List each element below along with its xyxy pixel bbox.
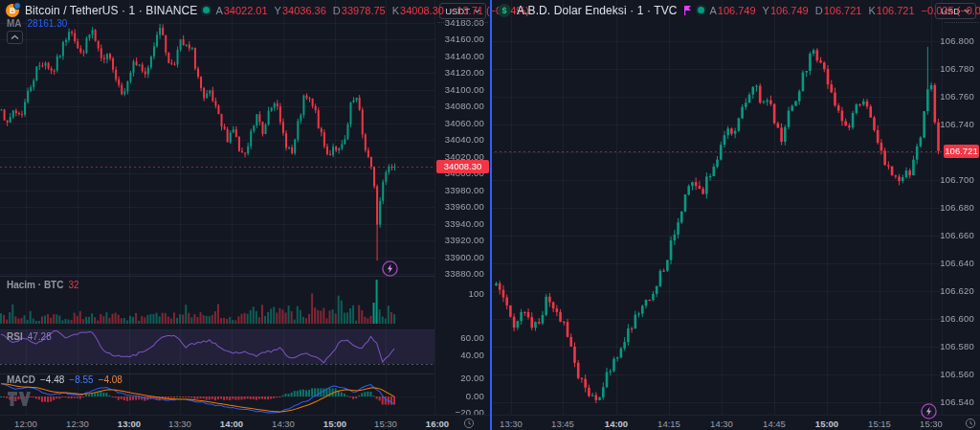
btc-price-axis[interactable]: USDT 34008.30 34180.0034160.0034140.0034… [434,0,490,415]
open-value: 106.749 [718,5,756,16]
price-tick: 106.600 [940,313,974,324]
ma-indicator-row[interactable]: MA 28161.30 [7,18,67,29]
clock-icon[interactable] [463,418,475,429]
axis-divider-dots [945,22,978,23]
time-tick: 13:45 [551,419,574,429]
low-label: D [815,5,823,16]
time-tick: 15:30 [920,419,943,429]
last-price-badge: 106.721 [944,145,979,158]
time-tick: 13:30 [500,419,523,429]
change-value: −0.025 (−0.02%) [922,5,980,16]
dxy-chart-canvas[interactable] [490,0,943,415]
dxy-price-axis[interactable]: USD 106.721 106.800106.780106.760106.740… [942,0,980,415]
close-value: 34008.30 [400,5,444,16]
dxy-symbol-header[interactable]: $ A.B.D. Dolar Endeksi · 1 · TVC A106.74… [498,3,980,17]
chevron-up-icon [11,34,19,40]
volume-label: Hacim · BTC [7,280,63,290]
price-tick: 106.760 [940,91,974,102]
ohlc-quote: A34022.01 Y34036.36 D33978.75 K34008.30 … [215,5,529,16]
rsi-label: RSI [7,331,23,342]
lightning-icon[interactable] [382,260,398,277]
volume-value: 32 [68,280,78,290]
price-tick: 33980.00 [445,185,484,195]
price-tick: 33960.00 [445,201,484,212]
time-tick: 14:45 [763,419,786,429]
price-tick: 106.540 [940,396,974,407]
price-tick: 106.640 [940,258,974,268]
price-tick: 34100.00 [445,84,484,95]
tradingview-logo[interactable] [8,392,31,406]
btc-chart-canvas[interactable] [0,0,435,415]
time-tick: 15:00 [323,419,346,429]
symbol-title[interactable]: Bitcoin / TetherUS · 1 · BINANCE [25,4,197,17]
indicator-tick: 40.00 [460,350,484,360]
btc-time-axis[interactable]: 12:0012:3013:0013:3014:0014:3015:0015:30… [0,415,490,430]
chart-panel-dxy: $ A.B.D. Dolar Endeksi · 1 · TVC A106.74… [490,0,980,430]
time-tick: 15:00 [815,419,838,429]
open-label: A [710,5,717,16]
dxy-time-axis[interactable]: 13:3013:4514:0014:1514:3014:4515:0015:15… [490,415,980,430]
close-label: K [868,5,875,16]
rsi-indicator-row[interactable]: RSI 47.28 [7,331,52,342]
ohlc-quote: A106.749 Y106.749 D106.721 K106.721 −0.0… [710,5,980,16]
time-tick: 15:30 [374,419,397,429]
clock-icon[interactable] [965,418,976,429]
time-tick: 13:30 [168,419,191,429]
price-tick: 106.700 [940,174,974,185]
price-tick: 34160.00 [445,34,484,44]
market-open-dot[interactable] [203,7,210,13]
chart-panel-btc: B Bitcoin / TetherUS · 1 · BINANCE A3402… [0,0,490,430]
price-tick: 106.560 [940,369,974,379]
open-value: 34022.01 [224,5,268,16]
macd-label: MACD [7,374,35,385]
dollar-index-icon: $ [498,4,511,17]
macd-hist-value: −4.48 [40,374,64,385]
price-tick: 34120.00 [445,67,484,78]
low-value: 106.721 [824,5,862,16]
high-label: Y [763,5,769,16]
high-value: 34036.36 [282,5,326,16]
price-tick: 34080.00 [445,101,484,111]
flag-icon[interactable] [683,6,692,15]
time-tick: 14:15 [657,419,680,429]
price-tick: 33940.00 [445,218,484,229]
collapse-indicators-button[interactable] [7,31,23,44]
open-label: A [215,5,222,16]
price-tick: 106.620 [940,285,974,296]
volume-indicator-row[interactable]: Hacim · BTC 32 [7,280,79,290]
time-tick: 13:00 [118,419,141,429]
price-tick: 34140.00 [445,51,484,61]
time-tick: 14:00 [605,419,628,429]
btc-symbol-header[interactable]: B Bitcoin / TetherUS · 1 · BINANCE A3402… [6,3,529,17]
symbol-title[interactable]: A.B.D. Dolar Endeksi · 1 · TVC [517,4,678,17]
macd-signal-value: −4.08 [99,374,122,385]
high-label: Y [275,5,281,16]
macd-line-value: −8.55 [69,374,93,385]
axis-divider-dots [437,22,488,23]
price-tick: 33900.00 [445,252,484,262]
price-tick: 106.740 [940,119,974,129]
time-tick: 14:00 [220,419,243,429]
macd-indicator-row[interactable]: MACD −4.48 −8.55 −4.08 [7,374,122,385]
high-value: 106.749 [770,5,809,16]
tradingview-multichart: B Bitcoin / TetherUS · 1 · BINANCE A3402… [0,0,980,430]
price-tick: 106.780 [940,63,974,74]
indicator-tick: 0.00 [466,391,484,401]
price-tick: 33880.00 [445,268,484,279]
low-value: 33978.75 [342,5,386,16]
indicator-tick: 60.00 [460,332,484,343]
market-open-dot[interactable] [698,7,704,13]
ma-label: MA [7,18,22,29]
close-value: 106.721 [877,5,915,16]
ma-value: 28161.30 [28,18,68,29]
rsi-value: 47.28 [28,331,52,342]
price-tick: 34040.00 [445,134,484,145]
last-price-badge: 34008.30 [436,160,489,173]
active-chart-border[interactable] [490,0,492,430]
lightning-icon[interactable] [921,403,937,419]
time-tick: 14:30 [710,419,733,429]
time-tick: 12:30 [66,419,89,429]
price-tick: 34060.00 [445,118,484,128]
low-label: D [333,5,341,16]
indicator-tick: 100 [469,288,484,299]
